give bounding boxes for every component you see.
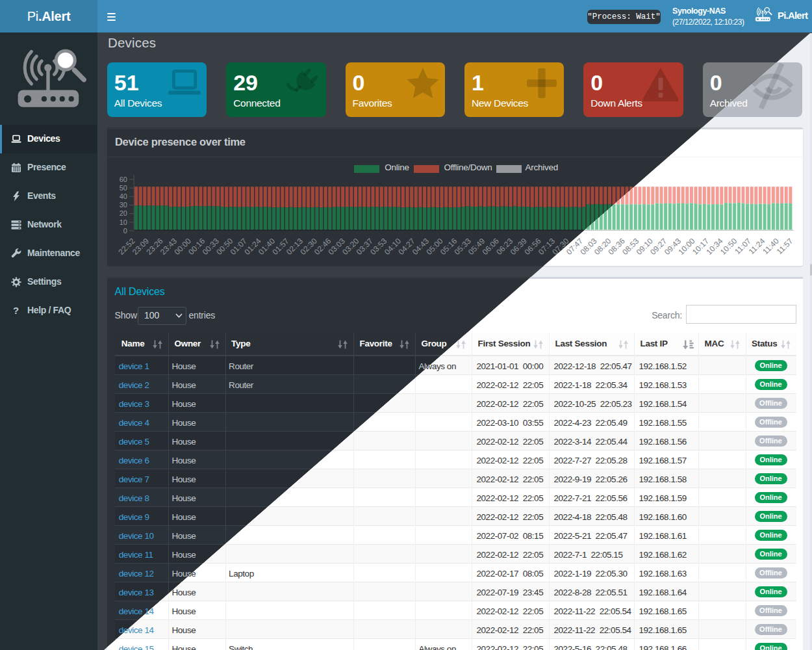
svg-text:10: 10 bbox=[119, 218, 127, 226]
svg-text:50: 50 bbox=[119, 184, 127, 192]
svg-text:20: 20 bbox=[119, 209, 127, 217]
svg-text:30: 30 bbox=[119, 201, 127, 209]
svg-text:11:57: 11:57 bbox=[774, 236, 794, 256]
svg-text:60: 60 bbox=[119, 176, 127, 183]
svg-text:40: 40 bbox=[119, 192, 127, 200]
svg-text:0: 0 bbox=[123, 227, 127, 235]
